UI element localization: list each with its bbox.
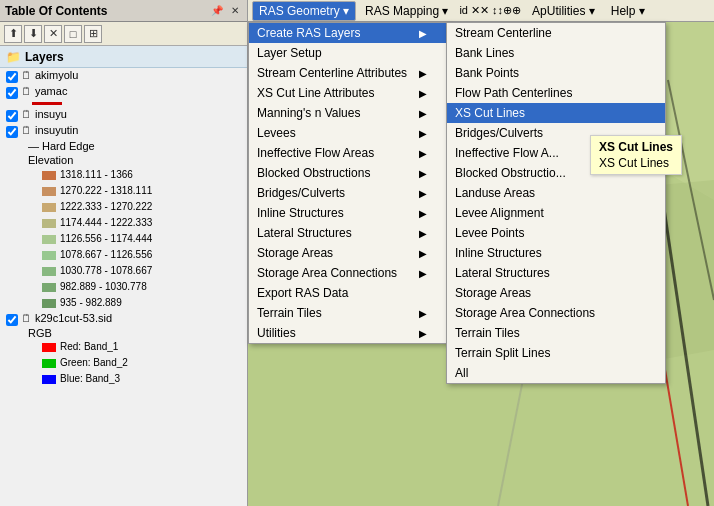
toc-panel: Table Of Contents 📌 ✕ ⬆ ⬇ ✕ □ ⊞ 📁 Layers… bbox=[0, 0, 248, 506]
submenu-bank-lines[interactable]: Bank Lines bbox=[447, 43, 665, 63]
toc-close-icon[interactable]: ✕ bbox=[228, 4, 242, 18]
toc-item-akimyolu[interactable]: 🗒 akimyolu bbox=[0, 68, 247, 84]
toc-title: Table Of Contents bbox=[5, 4, 107, 18]
toc-item-insuyutin[interactable]: 🗒 insuyutin bbox=[0, 123, 247, 139]
menu-create-ras-layers[interactable]: Create RAS Layers ▶ bbox=[249, 23, 447, 43]
toc-content[interactable]: 🗒 akimyolu 🗒 yamac 🗒 insuyu 🗒 insuyutin … bbox=[0, 68, 247, 506]
xs-tooltip-body: XS Cut Lines bbox=[599, 156, 673, 170]
menu-levees[interactable]: Levees ▶ bbox=[249, 123, 447, 143]
menu-storage-areas-label: Storage Areas bbox=[257, 246, 333, 260]
menu-utilities[interactable]: Utilities ▶ bbox=[249, 323, 447, 343]
toc-range-1030: 1030.778 - 1078.667 bbox=[42, 263, 247, 279]
menu-mannings[interactable]: Manning's n Values ▶ bbox=[249, 103, 447, 123]
submenu-levee-alignment[interactable]: Levee Alignment bbox=[447, 203, 665, 223]
storage-area-connections-arrow: ▶ bbox=[419, 268, 427, 279]
toc-btn-2[interactable]: ⬇ bbox=[24, 25, 42, 43]
toc-checkbox-yamac[interactable] bbox=[6, 87, 18, 99]
toc-elevation-ranges: 1318.111 - 1366 1270.222 - 1318.111 1222… bbox=[0, 167, 247, 311]
toc-checkbox-akimyolu[interactable] bbox=[6, 71, 18, 83]
toc-range-1318: 1318.111 - 1366 bbox=[42, 167, 247, 183]
toc-range-1126: 1126.556 - 1174.444 bbox=[42, 231, 247, 247]
inline-structures-arrow: ▶ bbox=[419, 208, 427, 219]
submenu-inline-structures[interactable]: Inline Structures bbox=[447, 243, 665, 263]
menu-ineffective-flow[interactable]: Ineffective Flow Areas ▶ bbox=[249, 143, 447, 163]
toc-btn-4[interactable]: □ bbox=[64, 25, 82, 43]
menu-layer-setup[interactable]: Layer Setup bbox=[249, 43, 447, 63]
toc-label-akimyolu: akimyolu bbox=[35, 69, 78, 81]
submenu-storage-area-connections[interactable]: Storage Area Connections bbox=[447, 303, 665, 323]
submenu-xs-cut-lines[interactable]: XS Cut Lines bbox=[447, 103, 665, 123]
toc-btn-1[interactable]: ⬆ bbox=[4, 25, 22, 43]
stream-centerline-arrow: ▶ bbox=[419, 68, 427, 79]
menu-storage-area-connections[interactable]: Storage Area Connections ▶ bbox=[249, 263, 447, 283]
lateral-structures-arrow: ▶ bbox=[419, 228, 427, 239]
submenu-inline-structures-label: Inline Structures bbox=[455, 246, 542, 260]
menu-stream-centerline-attrs[interactable]: Stream Centerline Attributes ▶ bbox=[249, 63, 447, 83]
menu-lateral-structures-label: Lateral Structures bbox=[257, 226, 352, 240]
submenu-landuse-areas-label: Landuse Areas bbox=[455, 186, 535, 200]
menu-xs-cut-line-attrs-label: XS Cut Line Attributes bbox=[257, 86, 374, 100]
menu-mannings-label: Manning's n Values bbox=[257, 106, 360, 120]
toc-btn-3[interactable]: ✕ bbox=[44, 25, 62, 43]
toolbar-icons: id ✕✕ ↕↕⊕⊕ bbox=[459, 4, 521, 17]
toc-checkbox-insuyu[interactable] bbox=[6, 110, 18, 122]
menu-storage-areas[interactable]: Storage Areas ▶ bbox=[249, 243, 447, 263]
menu-aputil[interactable]: ApUtilities ▾ bbox=[525, 1, 602, 21]
menu-terrain-tiles-label: Terrain Tiles bbox=[257, 306, 322, 320]
menu-export-ras-data-label: Export RAS Data bbox=[257, 286, 348, 300]
toc-item-elevation: Elevation bbox=[0, 153, 247, 167]
menu-export-ras-data[interactable]: Export RAS Data bbox=[249, 283, 447, 303]
menu-blocked-obstructions-label: Blocked Obstructions bbox=[257, 166, 370, 180]
xs-cut-lines-tooltip: XS Cut Lines XS Cut Lines bbox=[590, 135, 682, 175]
toc-label-elevation: Elevation bbox=[28, 154, 73, 166]
create-ras-layers-submenu: Stream Centerline Bank Lines Bank Points… bbox=[446, 22, 666, 384]
create-ras-arrow: ▶ bbox=[419, 28, 427, 39]
submenu-terrain-tiles[interactable]: Terrain Tiles bbox=[447, 323, 665, 343]
submenu-flow-path-centerlines[interactable]: Flow Path Centerlines bbox=[447, 83, 665, 103]
menu-create-ras-layers-label: Create RAS Layers bbox=[257, 26, 360, 40]
layers-folder-icon: 📁 bbox=[6, 50, 21, 64]
levees-arrow: ▶ bbox=[419, 128, 427, 139]
terrain-tiles-arrow: ▶ bbox=[419, 308, 427, 319]
submenu-bridges-culverts-label: Bridges/Culverts bbox=[455, 126, 543, 140]
toc-label-yamac: yamac bbox=[35, 85, 67, 97]
toc-icon-insuyu: 🗒 bbox=[21, 108, 32, 120]
menu-lateral-structures[interactable]: Lateral Structures ▶ bbox=[249, 223, 447, 243]
submenu-lateral-structures-label: Lateral Structures bbox=[455, 266, 550, 280]
toc-band-green: Green: Band_2 bbox=[42, 355, 247, 371]
menu-ras-mapping[interactable]: RAS Mapping ▾ bbox=[358, 1, 455, 21]
toc-rgb-header: RGB bbox=[0, 327, 247, 339]
toc-pin-icon[interactable]: 📌 bbox=[210, 4, 224, 18]
menu-stream-centerline-attrs-label: Stream Centerline Attributes bbox=[257, 66, 407, 80]
submenu-bank-lines-label: Bank Lines bbox=[455, 46, 514, 60]
menu-ras-geometry[interactable]: RAS Geometry ▾ bbox=[252, 1, 356, 21]
toc-rgb-bands: Red: Band_1 Green: Band_2 Blue: Band_3 bbox=[0, 339, 247, 387]
toc-range-982: 982.889 - 1030.778 bbox=[42, 279, 247, 295]
toc-item-insuyu[interactable]: 🗒 insuyu bbox=[0, 107, 247, 123]
submenu-terrain-split-lines[interactable]: Terrain Split Lines bbox=[447, 343, 665, 363]
toc-checkbox-insuyutin[interactable] bbox=[6, 126, 18, 138]
submenu-storage-area-connections-label: Storage Area Connections bbox=[455, 306, 595, 320]
submenu-lateral-structures[interactable]: Lateral Structures bbox=[447, 263, 665, 283]
menu-inline-structures[interactable]: Inline Structures ▶ bbox=[249, 203, 447, 223]
utilities-arrow: ▶ bbox=[419, 328, 427, 339]
menu-utilities-label: Utilities bbox=[257, 326, 296, 340]
menu-xs-cut-line-attrs[interactable]: XS Cut Line Attributes ▶ bbox=[249, 83, 447, 103]
menu-terrain-tiles[interactable]: Terrain Tiles ▶ bbox=[249, 303, 447, 323]
toc-item-k29c1cut[interactable]: 🗒 k29c1cut-53.sid bbox=[0, 311, 247, 327]
toc-btn-5[interactable]: ⊞ bbox=[84, 25, 102, 43]
submenu-storage-areas[interactable]: Storage Areas bbox=[447, 283, 665, 303]
ineffective-flow-arrow: ▶ bbox=[419, 148, 427, 159]
submenu-stream-centerline[interactable]: Stream Centerline bbox=[447, 23, 665, 43]
menu-bridges-culverts[interactable]: Bridges/Culverts ▶ bbox=[249, 183, 447, 203]
submenu-landuse-areas[interactable]: Landuse Areas bbox=[447, 183, 665, 203]
submenu-all[interactable]: All bbox=[447, 363, 665, 383]
menu-blocked-obstructions[interactable]: Blocked Obstructions ▶ bbox=[249, 163, 447, 183]
toc-checkbox-k29c1cut[interactable] bbox=[6, 314, 18, 326]
menu-help[interactable]: Help ▾ bbox=[604, 1, 652, 21]
submenu-bank-points[interactable]: Bank Points bbox=[447, 63, 665, 83]
blocked-obstructions-arrow: ▶ bbox=[419, 168, 427, 179]
submenu-levee-points[interactable]: Levee Points bbox=[447, 223, 665, 243]
toc-item-yamac[interactable]: 🗒 yamac bbox=[0, 84, 247, 100]
submenu-blocked-obstructions-label: Blocked Obstructio... bbox=[455, 166, 566, 180]
